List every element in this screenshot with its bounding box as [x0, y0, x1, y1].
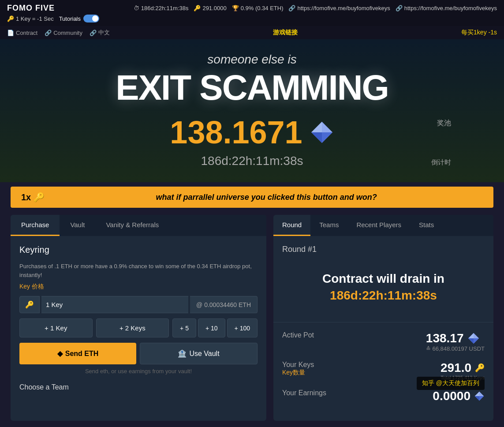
svg-marker-12 — [479, 396, 484, 401]
key-sec-value: 1 Key = -1 Sec — [16, 15, 54, 22]
community-link[interactable]: 🔗 Community — [45, 30, 82, 36]
key-sec-stat: 🔑 1 Key = -1 Sec — [7, 15, 54, 22]
purchase-content: Keyring Purchases of .1 ETH or more have… — [11, 236, 266, 400]
topbar: FOMO FIVE ⏱ 186d:22h:11m:38s 🔑 291.0000 … — [0, 0, 504, 26]
svg-marker-3 — [311, 122, 322, 132]
qty-small-group: + 5 + 10 + 100 — [172, 318, 258, 337]
use-vault-label: Use Vault — [189, 350, 219, 358]
svg-marker-14 — [475, 396, 479, 401]
hero-title: EXIT SCAMMING — [9, 70, 495, 105]
contract-label: Contract — [16, 30, 37, 36]
eth-icon-earnings — [474, 391, 485, 401]
tab-round[interactable]: Round — [273, 215, 310, 236]
tab-recent-players[interactable]: Recent Players — [347, 215, 410, 236]
your-keys-label: Your Keys — [282, 361, 314, 369]
secondnav: 📄 Contract 🔗 Community 🔗 中文 游戏链接 每买1key … — [0, 26, 504, 39]
eth-diamond-icon — [310, 120, 334, 145]
use-vault-button[interactable]: 🏦 Use Vault — [140, 343, 258, 364]
drain-timer: 186d:22h:11m:38s — [291, 288, 476, 303]
chinese-label: 中文 — [98, 29, 110, 37]
svg-marker-1 — [322, 122, 332, 132]
link-icon-1: 🔗 — [288, 5, 295, 11]
chinese-icon: 🔗 — [90, 30, 97, 36]
your-keys-sub-label: Key数量 — [282, 369, 314, 377]
key-input-icon-box: 🔑 — [19, 296, 40, 313]
stats-divider — [273, 322, 493, 322]
active-pot-main: 138.17 — [426, 331, 485, 345]
game-links-label: 游戏链接 — [273, 29, 298, 37]
tab-teams[interactable]: Teams — [310, 215, 347, 236]
your-keys-icon: 🔑 — [475, 363, 485, 373]
link-icon-2: 🔗 — [396, 5, 403, 11]
tutorials-label: Tutorials — [59, 15, 81, 22]
hero-amount: 138.1671 — [170, 114, 302, 150]
keyring-desc: Purchases of .1 ETH or more have a 0.9% … — [19, 262, 258, 279]
clock-icon: ⏱ — [134, 5, 139, 11]
key-price-label: Key 价格 — [19, 283, 258, 291]
round-content: Round #1 Contract will drain in 186d:22h… — [273, 236, 493, 421]
send-eth-button[interactable]: ◆ Send ETH — [19, 343, 136, 364]
link1-stat[interactable]: 🔗 https://fomofive.me/buyfomofivekeys — [288, 5, 390, 11]
tutorials-toggle[interactable]: Tutorials — [59, 15, 99, 22]
hero-timer: 186d:22h:11m:38s — [9, 154, 495, 168]
left-panel: Purchase Vault Vanity & Referrals Keyrin… — [11, 215, 266, 421]
key-input-icon: 🔑 — [25, 300, 34, 309]
link1-text: https://fomofive.me/buyfomofivekeys — [297, 5, 390, 11]
key-quantity-input[interactable] — [41, 296, 188, 313]
timer-value: 186d:22h:11m:38s — [141, 5, 189, 11]
your-earnings-number: 0.0000 — [433, 389, 470, 403]
key-input-row: 🔑 @ 0.00034460 ETH — [19, 296, 258, 313]
qty-10-button[interactable]: + 10 — [198, 318, 225, 337]
qty-2-keys-button[interactable]: + 2 Keys — [96, 318, 169, 337]
buy-label: 每买1key -1s — [461, 29, 497, 37]
action-buttons-row: ◆ Send ETH 🏦 Use Vault — [19, 343, 258, 364]
svg-marker-11 — [479, 392, 484, 396]
link2-stat[interactable]: 🔗 https://fomofive.me/buyfomofivekeys — [396, 5, 497, 11]
tab-purchase[interactable]: Purchase — [11, 215, 60, 236]
left-panel-tabs: Purchase Vault Vanity & Referrals — [11, 215, 266, 236]
key-icon: 🔑 — [194, 5, 201, 11]
active-pot-usdt: ≙ 66,848.00197 USDT — [426, 345, 485, 352]
tutorial-toggle-switch[interactable] — [83, 15, 99, 22]
svg-marker-2 — [322, 132, 332, 143]
topbar-stats: ⏱ 186d:22h:11m:38s 🔑 291.0000 🏆 0.9% (0.… — [134, 5, 497, 11]
round-label: Round #1 — [282, 245, 485, 254]
your-keys-number: 291.0 — [441, 361, 471, 375]
qty-5-button[interactable]: + 5 — [172, 318, 196, 337]
keys-stat: 🔑 291.0000 — [194, 5, 226, 11]
svg-marker-7 — [474, 338, 479, 344]
choose-team-title: Choose a Team — [19, 383, 258, 391]
your-earnings-value-col: 0.0000 — [433, 389, 485, 403]
svg-marker-4 — [311, 132, 322, 143]
contract-icon: 📄 — [7, 30, 14, 36]
app-logo: FOMO FIVE — [7, 4, 55, 13]
your-earnings-label: Your Earnings — [282, 389, 326, 397]
chinese-link[interactable]: 🔗 中文 — [90, 29, 110, 37]
community-label: Community — [53, 30, 82, 36]
tab-vault[interactable]: Vault — [60, 215, 95, 236]
timer-stat: ⏱ 186d:22h:11m:38s — [134, 5, 189, 11]
hero-section: someone else is EXIT SCAMMING 138.1671 奖… — [0, 39, 504, 182]
banner-bar[interactable]: 1x 🔑 what if parrallel universe you clic… — [11, 187, 493, 208]
hero-amount-row: 138.1671 奖池 — [9, 114, 495, 150]
keys-value: 291.0000 — [202, 5, 226, 11]
pool-label: 奖池 — [437, 119, 451, 128]
svg-marker-8 — [468, 333, 474, 338]
active-pot-number: 138.17 — [426, 331, 464, 345]
tab-vanity[interactable]: Vanity & Referrals — [95, 215, 169, 236]
vault-btn-icon: 🏦 — [178, 349, 187, 358]
zhihu-overlay: 知乎 @大天使加百列 — [417, 377, 485, 390]
active-pot-value-col: 138.17 ≙ 66,848.00197 USDT — [426, 331, 485, 352]
svg-marker-6 — [474, 333, 479, 338]
qty-100-button[interactable]: + 100 — [227, 318, 258, 337]
contract-link[interactable]: 📄 Contract — [7, 30, 37, 36]
pot-value: 0.9% (0.34 ETH) — [241, 5, 284, 11]
drain-text: Contract will drain in — [291, 272, 476, 286]
drain-box: Contract will drain in 186d:22h:11m:38s — [282, 263, 485, 311]
qty-1-key-button[interactable]: + 1 Key — [19, 318, 93, 337]
send-eth-label: Send ETH — [65, 350, 99, 358]
key-sec-icon: 🔑 — [7, 15, 14, 22]
trophy-icon: 🏆 — [232, 5, 239, 11]
tab-stats[interactable]: Stats — [410, 215, 443, 236]
active-pot-label: Active Pot — [282, 331, 314, 339]
